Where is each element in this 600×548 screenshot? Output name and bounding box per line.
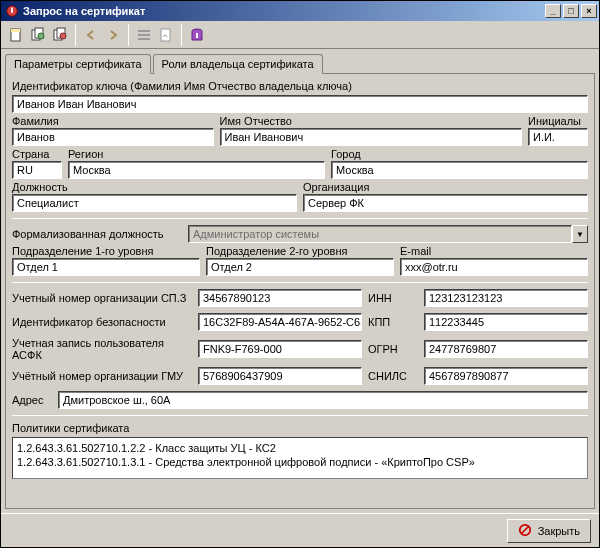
policy-line: 1.2.643.3.61.502710.1.3.1 - Средства эле… xyxy=(17,455,583,469)
label-name-patr: Имя Отчество xyxy=(220,115,522,127)
label-city: Город xyxy=(331,148,588,160)
svg-line-16 xyxy=(521,526,528,533)
label-dept1: Подразделение 1-го уровня xyxy=(12,245,200,257)
svg-point-9 xyxy=(60,33,66,39)
toolbar-separator xyxy=(181,24,182,46)
divider xyxy=(12,218,588,219)
label-org: Организация xyxy=(303,181,588,193)
label-sec-id: Идентификатор безопасности xyxy=(12,316,192,328)
label-snils: СНИЛС xyxy=(368,370,418,382)
label-email: E-mail xyxy=(400,245,588,257)
label-initials: Инициалы xyxy=(528,115,588,127)
field-city[interactable]: Москва xyxy=(331,161,588,179)
combo-formal-pos[interactable]: Администратор системы ▼ xyxy=(188,225,588,243)
label-asfk: Учетная запись пользователя АСФК xyxy=(12,337,192,361)
field-kpp[interactable]: 112233445 xyxy=(424,313,588,331)
svg-rect-3 xyxy=(11,29,20,32)
svg-rect-11 xyxy=(138,34,150,36)
field-name-patr[interactable]: Иван Иванович xyxy=(220,128,522,146)
label-inn: ИНН xyxy=(368,292,418,304)
tab-bar: Параметры сертификата Роли владельца сер… xyxy=(5,54,595,74)
label-dept2: Подразделение 2-го уровня xyxy=(206,245,394,257)
field-email[interactable]: xxx@otr.ru xyxy=(400,258,588,276)
minimize-button[interactable]: _ xyxy=(545,4,561,18)
label-region: Регион xyxy=(68,148,325,160)
close-button-label: Закрыть xyxy=(538,525,580,537)
label-acct-spz: Учетный номер организации СП.З xyxy=(12,292,192,304)
app-window: Запрос на сертификат _ □ × Параметры сер… xyxy=(0,0,600,548)
client-area: Параметры сертификата Роли владельца сер… xyxy=(1,49,599,513)
svg-rect-12 xyxy=(138,38,150,40)
toolbar xyxy=(1,21,599,49)
toolbar-doc-save-icon[interactable] xyxy=(49,24,71,46)
field-org[interactable]: Сервер ФК xyxy=(303,194,588,212)
field-surname[interactable]: Иванов xyxy=(12,128,214,146)
chevron-down-icon[interactable]: ▼ xyxy=(572,225,588,243)
window-controls: _ □ × xyxy=(545,4,597,18)
toolbar-help-icon[interactable] xyxy=(186,24,208,46)
label-address: Адрес xyxy=(12,394,52,406)
toolbar-doc-new-icon[interactable] xyxy=(5,24,27,46)
svg-rect-1 xyxy=(11,8,13,13)
tab-panel-params: Идентификатор ключа (Фамилия Имя Отчеств… xyxy=(5,73,595,509)
label-acct-gmu: Учётный номер организации ГМУ xyxy=(12,370,192,382)
divider xyxy=(12,415,588,416)
field-key-id[interactable]: Иванов Иван Иванович xyxy=(12,95,588,113)
field-ogrn[interactable]: 24778769807 xyxy=(424,340,588,358)
toolbar-redo-icon[interactable] xyxy=(102,24,124,46)
field-snils[interactable]: 4567897890877 xyxy=(424,367,588,385)
close-button[interactable]: Закрыть xyxy=(507,519,591,543)
toolbar-list-icon[interactable] xyxy=(133,24,155,46)
svg-point-6 xyxy=(38,33,44,39)
svg-rect-10 xyxy=(138,30,150,32)
field-formal-pos: Администратор системы xyxy=(188,225,572,243)
toolbar-separator xyxy=(75,24,76,46)
field-region[interactable]: Москва xyxy=(68,161,325,179)
toolbar-doc-copy-icon[interactable] xyxy=(27,24,49,46)
toolbar-undo-icon[interactable] xyxy=(80,24,102,46)
field-position[interactable]: Специалист xyxy=(12,194,297,212)
maximize-button[interactable]: □ xyxy=(563,4,579,18)
label-ogrn: ОГРН xyxy=(368,343,418,355)
field-address[interactable]: Дмитровское ш., 60А xyxy=(58,391,588,409)
field-dept2[interactable]: Отдел 2 xyxy=(206,258,394,276)
window-title: Запрос на сертификат xyxy=(23,5,545,17)
field-sec-id[interactable]: 16C32F89-A54A-467A-9652-C65D-Y34R xyxy=(198,313,362,331)
field-initials[interactable]: И.И. xyxy=(528,128,588,146)
close-window-button[interactable]: × xyxy=(581,4,597,18)
field-asfk[interactable]: FNK9-F769-000 xyxy=(198,340,362,358)
toolbar-sign-icon[interactable] xyxy=(155,24,177,46)
label-formal-pos: Формализованная должность xyxy=(12,228,182,240)
policies-box[interactable]: 1.2.643.3.61.502710.1.2.2 - Класс защиты… xyxy=(12,437,588,479)
prohibit-icon xyxy=(518,523,532,539)
toolbar-separator xyxy=(128,24,129,46)
tab-params[interactable]: Параметры сертификата xyxy=(5,54,151,74)
divider xyxy=(12,282,588,283)
label-key-id: Идентификатор ключа (Фамилия Имя Отчеств… xyxy=(12,80,588,92)
field-acct-spz[interactable]: 34567890123 xyxy=(198,289,362,307)
label-policies: Политики сертификата xyxy=(12,422,588,434)
identifiers-grid: Учетный номер организации СП.З 345678901… xyxy=(12,289,588,385)
field-inn[interactable]: 123123123123 xyxy=(424,289,588,307)
label-surname: Фамилия xyxy=(12,115,214,127)
field-dept1[interactable]: Отдел 1 xyxy=(12,258,200,276)
field-country[interactable]: RU xyxy=(12,161,62,179)
app-icon xyxy=(5,4,19,18)
footer: Закрыть xyxy=(1,513,599,547)
policy-line: 1.2.643.3.61.502710.1.2.2 - Класс защиты… xyxy=(17,441,583,455)
tab-roles[interactable]: Роли владельца сертификата xyxy=(153,54,323,74)
label-kpp: КПП xyxy=(368,316,418,328)
label-position: Должность xyxy=(12,181,297,193)
field-acct-gmu[interactable]: 5768906437909 xyxy=(198,367,362,385)
label-country: Страна xyxy=(12,148,62,160)
svg-rect-14 xyxy=(196,33,198,38)
titlebar: Запрос на сертификат _ □ × xyxy=(1,1,599,21)
